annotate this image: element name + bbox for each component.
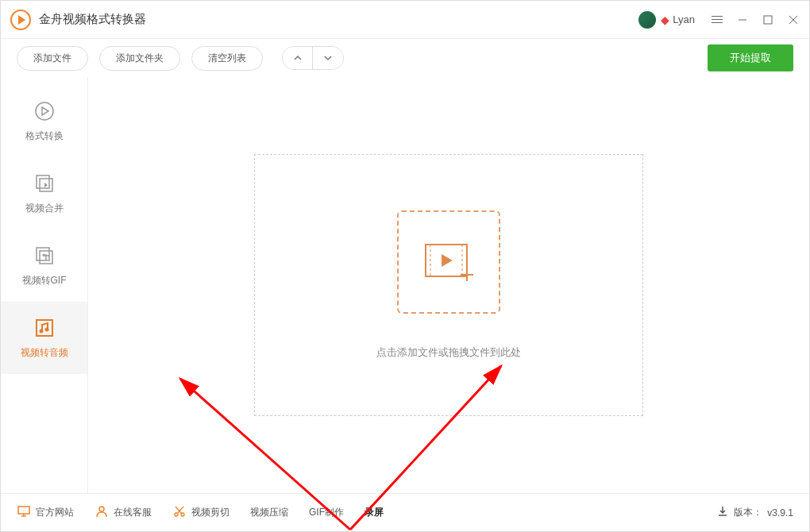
version-info[interactable]: 版本： v3.9.1 (716, 505, 793, 520)
menu-button[interactable] (711, 13, 723, 26)
footer-video-cut[interactable]: 视频剪切 (172, 504, 230, 521)
scissors-icon (172, 504, 187, 521)
sidebar-item-label: 视频合并 (25, 202, 64, 215)
download-icon (716, 505, 729, 520)
premium-icon: ◆ (661, 13, 669, 26)
video-to-gif-icon (33, 244, 56, 268)
footer-link-label: 视频剪切 (191, 506, 230, 519)
user-avatar[interactable] (638, 11, 656, 29)
dropzone[interactable]: 点击添加文件或拖拽文件到此处 (254, 154, 643, 416)
minimize-button[interactable] (736, 13, 749, 26)
sidebar-item-label: 视频转GIF (22, 274, 67, 287)
svg-point-11 (39, 330, 43, 333)
video-merge-icon (33, 172, 56, 195)
version-value: v3.9.1 (767, 507, 793, 519)
add-folder-button[interactable]: 添加文件夹 (99, 46, 180, 71)
close-button[interactable] (787, 13, 800, 26)
sidebar-item-label: 格式转换 (25, 129, 64, 143)
maximize-button[interactable] (762, 13, 774, 26)
footer-video-compress[interactable]: 视频压缩 (250, 506, 288, 519)
footer-link-label: 录屏 (364, 506, 384, 519)
sidebar-item-format-convert[interactable]: 格式转换 (1, 85, 87, 157)
footer-online-support[interactable]: 在线客服 (94, 504, 152, 521)
start-extract-button[interactable]: 开始提取 (708, 44, 793, 71)
footer-official-site[interactable]: 官方网站 (17, 504, 74, 521)
sidebar-item-video-merge[interactable]: 视频合并 (1, 157, 87, 229)
footer-link-label: GIF制作 (309, 506, 344, 519)
add-file-button[interactable]: 添加文件 (17, 46, 88, 71)
format-convert-icon (33, 99, 56, 123)
clear-list-button[interactable]: 清空列表 (191, 46, 263, 71)
monitor-icon (17, 504, 31, 521)
username[interactable]: Lyan (673, 13, 695, 25)
footer: 官方网站 在线客服 视频剪切 视频压缩 GIF制作 录屏 版 (1, 493, 809, 531)
footer-link-label: 视频压缩 (250, 506, 288, 519)
sidebar-item-label: 视频转音频 (21, 346, 68, 360)
svg-rect-20 (18, 507, 29, 514)
svg-point-9 (42, 254, 44, 256)
sidebar: 格式转换 视频合并 视频转GIF 视频转音频 (1, 77, 88, 493)
dropzone-add-icon[interactable] (397, 210, 500, 314)
svg-point-4 (36, 102, 53, 120)
svg-rect-10 (37, 320, 52, 336)
app-title: 金舟视频格式转换器 (39, 12, 146, 27)
version-label: 版本： (734, 506, 762, 519)
footer-link-label: 官方网站 (36, 506, 74, 519)
toolbar: 添加文件 添加文件夹 清空列表 开始提取 (1, 39, 809, 77)
move-up-button[interactable] (283, 47, 313, 69)
footer-screen-record[interactable]: 录屏 (364, 506, 384, 519)
footer-link-label: 在线客服 (114, 506, 152, 519)
sidebar-item-video-to-audio[interactable]: 视频转音频 (1, 302, 87, 374)
dropzone-text: 点击添加文件或拖拽文件到此处 (376, 345, 521, 360)
svg-point-12 (44, 328, 48, 332)
app-logo-icon (10, 10, 31, 30)
titlebar: 金舟视频格式转换器 ◆ Lyan (1, 1, 809, 39)
support-icon (94, 504, 109, 521)
footer-gif-make[interactable]: GIF制作 (309, 506, 344, 519)
video-to-audio-icon (33, 316, 56, 340)
move-down-button[interactable] (313, 47, 343, 69)
sidebar-item-video-to-gif[interactable]: 视频转GIF (1, 229, 87, 302)
main-area: 点击添加文件或拖拽文件到此处 (88, 77, 809, 493)
svg-point-23 (99, 507, 104, 511)
svg-rect-5 (37, 175, 49, 188)
svg-rect-1 (764, 16, 772, 24)
